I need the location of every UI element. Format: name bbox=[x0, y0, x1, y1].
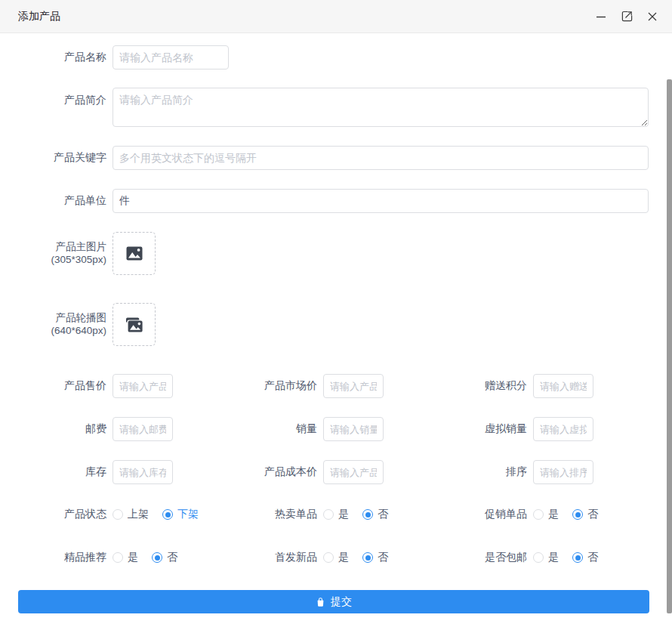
radio-promo-no[interactable]: 否 bbox=[572, 508, 598, 521]
titlebar: 添加产品 bbox=[0, 0, 672, 33]
stock-input[interactable] bbox=[113, 460, 173, 484]
product-name-row: 产品名称 bbox=[0, 45, 672, 70]
main-image-label: 产品主图片 (305*305px) bbox=[12, 241, 106, 266]
image-icon bbox=[126, 246, 143, 261]
gift-points-input[interactable] bbox=[533, 374, 593, 398]
radio-on-shelf[interactable]: 上架 bbox=[113, 508, 149, 521]
sort-input[interactable] bbox=[533, 460, 593, 484]
bag-icon bbox=[316, 597, 325, 607]
scrollbar-track[interactable] bbox=[666, 33, 672, 624]
product-unit-input[interactable] bbox=[113, 189, 649, 213]
radio-unchecked-icon bbox=[533, 552, 544, 563]
radio-row-1: 产品状态 上架 下架 热卖单品 是 否 促销单品 是 否 bbox=[0, 502, 672, 527]
market-price-input[interactable] bbox=[323, 374, 384, 398]
radio-ship-yes[interactable]: 是 bbox=[533, 551, 559, 564]
radio-off-shelf[interactable]: 下架 bbox=[162, 508, 199, 521]
submit-label: 提交 bbox=[331, 595, 352, 609]
featured-label: 精品推荐 bbox=[12, 551, 106, 564]
product-status-label: 产品状态 bbox=[12, 508, 106, 521]
featured-group: 精品推荐 是 否 bbox=[12, 545, 177, 570]
radio-unchecked-icon bbox=[113, 552, 123, 563]
new-release-label: 首发新品 bbox=[223, 551, 317, 564]
main-image-row: 产品主图片 (305*305px) bbox=[0, 232, 672, 275]
sales-label: 销量 bbox=[223, 422, 317, 436]
gift-points-label: 赠送积分 bbox=[433, 379, 527, 393]
cost-price-label: 产品成本价 bbox=[223, 465, 317, 479]
close-button[interactable] bbox=[643, 8, 661, 26]
radio-ship-no[interactable]: 否 bbox=[572, 551, 598, 564]
radio-checked-icon bbox=[362, 509, 373, 520]
radio-unchecked-icon bbox=[533, 509, 544, 520]
radio-hot-no[interactable]: 否 bbox=[362, 508, 388, 521]
carousel-image-label: 产品轮播图 (640*640px) bbox=[12, 312, 106, 337]
radio-checked-icon bbox=[162, 509, 173, 520]
postage-row: 邮费 销量 虚拟销量 bbox=[0, 417, 672, 441]
radio-unchecked-icon bbox=[323, 552, 334, 563]
free-shipping-label: 是否包邮 bbox=[433, 551, 527, 564]
product-intro-row: 产品简介 bbox=[0, 88, 672, 127]
radio-checked-icon bbox=[152, 552, 162, 563]
postage-label: 邮费 bbox=[12, 422, 106, 436]
product-intro-label: 产品简介 bbox=[12, 88, 106, 112]
sell-price-label: 产品售价 bbox=[12, 379, 106, 393]
maximize-icon bbox=[621, 11, 633, 22]
radio-featured-no[interactable]: 否 bbox=[152, 551, 177, 564]
new-release-group: 首发新品 是 否 bbox=[223, 545, 388, 570]
product-name-input[interactable] bbox=[113, 45, 229, 70]
sales-input[interactable] bbox=[323, 417, 384, 441]
product-keywords-label: 产品关键字 bbox=[12, 151, 106, 165]
radio-checked-icon bbox=[572, 509, 583, 520]
radio-checked-icon bbox=[572, 552, 583, 563]
carousel-image-row: 产品轮播图 (640*640px) bbox=[0, 303, 672, 346]
product-keywords-row: 产品关键字 bbox=[0, 146, 672, 170]
virtual-sales-input[interactable] bbox=[533, 417, 593, 441]
radio-featured-yes[interactable]: 是 bbox=[113, 551, 138, 564]
radio-new-no[interactable]: 否 bbox=[362, 551, 388, 564]
add-product-form: 产品名称 产品简介 产品关键字 产品单位 产品主图片 (305*305px) bbox=[0, 45, 672, 613]
radio-row-2: 精品推荐 是 否 首发新品 是 否 是否包邮 是 否 bbox=[0, 545, 672, 570]
radio-checked-icon bbox=[362, 552, 373, 563]
product-status-group: 产品状态 上架 下架 bbox=[12, 502, 199, 527]
radio-unchecked-icon bbox=[113, 509, 123, 520]
product-unit-row: 产品单位 bbox=[0, 189, 672, 213]
carousel-image-upload[interactable] bbox=[113, 303, 156, 346]
radio-new-yes[interactable]: 是 bbox=[323, 551, 349, 564]
submit-button[interactable]: 提交 bbox=[18, 590, 649, 613]
scrollbar-thumb[interactable] bbox=[667, 79, 672, 613]
window-controls bbox=[592, 0, 661, 32]
stock-label: 库存 bbox=[12, 465, 106, 479]
main-image-upload[interactable] bbox=[113, 232, 156, 275]
product-unit-label: 产品单位 bbox=[12, 194, 106, 208]
hot-item-label: 热卖单品 bbox=[223, 508, 317, 521]
sell-price-input[interactable] bbox=[113, 374, 173, 398]
window-title: 添加产品 bbox=[18, 10, 60, 23]
free-shipping-group: 是否包邮 是 否 bbox=[433, 545, 598, 570]
minimize-icon bbox=[596, 11, 606, 22]
images-icon bbox=[125, 317, 143, 332]
postage-input[interactable] bbox=[113, 417, 173, 441]
market-price-label: 产品市场价 bbox=[223, 379, 317, 393]
product-intro-textarea[interactable] bbox=[113, 88, 649, 127]
radio-hot-yes[interactable]: 是 bbox=[323, 508, 349, 521]
promo-item-label: 促销单品 bbox=[433, 508, 527, 521]
radio-promo-yes[interactable]: 是 bbox=[533, 508, 559, 521]
promo-item-group: 促销单品 是 否 bbox=[433, 502, 598, 527]
radio-unchecked-icon bbox=[323, 509, 334, 520]
product-keywords-input[interactable] bbox=[113, 146, 649, 170]
stock-row: 库存 产品成本价 排序 bbox=[0, 460, 672, 484]
minimize-button[interactable] bbox=[592, 8, 610, 26]
sort-label: 排序 bbox=[433, 465, 527, 479]
close-icon bbox=[647, 11, 658, 22]
cost-price-input[interactable] bbox=[323, 460, 384, 484]
price-row: 产品售价 产品市场价 赠送积分 bbox=[0, 374, 672, 398]
maximize-button[interactable] bbox=[618, 8, 636, 26]
hot-item-group: 热卖单品 是 否 bbox=[223, 502, 388, 527]
virtual-sales-label: 虚拟销量 bbox=[433, 422, 527, 436]
product-name-label: 产品名称 bbox=[12, 51, 106, 64]
